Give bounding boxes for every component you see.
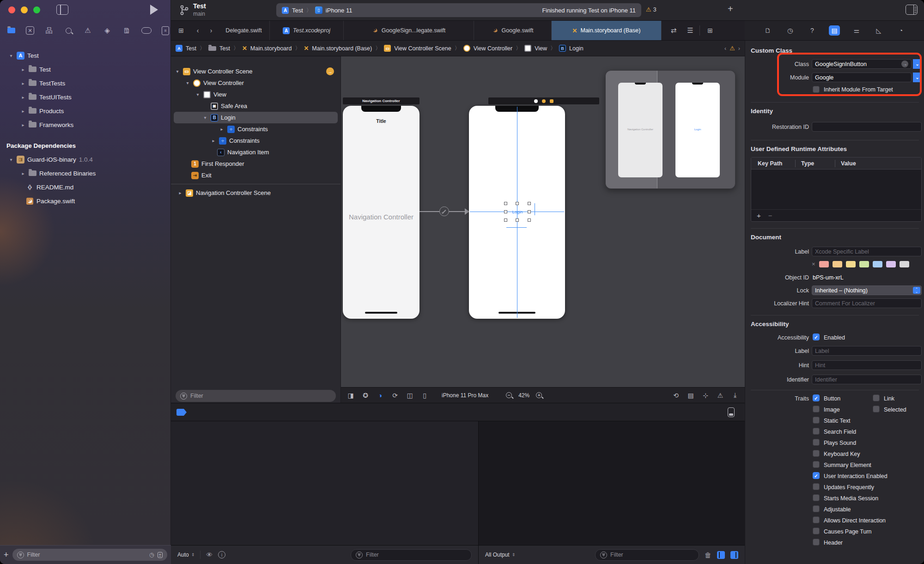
- label-color-blue-swatch[interactable]: [873, 261, 882, 267]
- trait-keyboard-key-checkbox[interactable]: [813, 450, 820, 457]
- chevron-down-icon[interactable]: [202, 115, 208, 120]
- outline-row-vc-scene[interactable]: ▭ View Controller Scene →: [171, 66, 340, 77]
- breadcrumb-group[interactable]: Test: [219, 45, 230, 52]
- console-view[interactable]: [478, 421, 745, 545]
- chevron-right-icon[interactable]: [219, 127, 225, 132]
- new-tab-button[interactable]: +: [728, 4, 733, 14]
- minimize-window-button[interactable]: [21, 6, 28, 13]
- trait-header-checkbox[interactable]: [813, 539, 820, 546]
- issue-navigator-icon[interactable]: ⚠: [83, 26, 92, 35]
- trait-selected-checkbox[interactable]: [873, 406, 880, 412]
- runtime-attributes-empty-body[interactable]: [751, 170, 921, 209]
- outline-row-navigation-item[interactable]: ‹ Navigation Item: [171, 146, 340, 158]
- outline-filter-field[interactable]: Filter: [176, 390, 336, 402]
- no-color-x-icon[interactable]: ×: [812, 261, 815, 267]
- sidebar-item-referenced-binaries[interactable]: Referenced Binaries: [0, 166, 171, 180]
- nav-controller-scene-titlebar[interactable]: Navigation Controller: [343, 97, 419, 104]
- document-label-field[interactable]: Xcode Specific Label: [812, 247, 922, 256]
- orientation-icon[interactable]: ⟳: [391, 392, 399, 399]
- split-preview-icon[interactable]: ◫: [406, 392, 414, 399]
- size-inspector-icon[interactable]: ◺: [873, 25, 884, 36]
- symbol-navigator-icon[interactable]: 品: [44, 26, 54, 35]
- previous-issue-icon[interactable]: ‹: [724, 45, 726, 52]
- trait-user-interaction-checkbox[interactable]: [813, 472, 820, 479]
- outline-row-safe-area[interactable]: ▣ Safe Area: [171, 100, 340, 112]
- exit-dot-icon[interactable]: [550, 99, 553, 103]
- chevron-right-icon[interactable]: [211, 138, 216, 143]
- navigation-controller-device[interactable]: Title Navigation Controller: [343, 106, 419, 319]
- trait-button-checkbox[interactable]: [813, 394, 820, 401]
- tab-googlesign-delegate-swift[interactable]: GoogleSign...legate.swift: [344, 21, 474, 40]
- connections-inspector-icon[interactable]: ◔: [895, 25, 906, 36]
- sidebar-item-frameworks-folder[interactable]: Frameworks: [0, 118, 171, 132]
- clear-console-trash-icon[interactable]: 🗑: [705, 551, 711, 559]
- code-review-icon[interactable]: ⇄: [664, 21, 683, 40]
- login-button-label[interactable]: Login: [508, 207, 527, 217]
- storyboard-canvas[interactable]: Navigation Controller Title Navigation C…: [341, 56, 745, 403]
- segue-kind-icon[interactable]: [439, 206, 449, 216]
- column-key-path[interactable]: Key Path: [751, 160, 795, 167]
- trait-plays-sound-checkbox[interactable]: [813, 439, 820, 446]
- breadcrumb-view[interactable]: View: [535, 45, 547, 52]
- test-navigator-icon[interactable]: ◈: [103, 26, 112, 35]
- breakpoint-navigator-icon[interactable]: [141, 27, 152, 34]
- accessibility-preview-icon[interactable]: ✪: [361, 392, 370, 399]
- trait-static-text-checkbox[interactable]: [813, 417, 820, 424]
- column-type[interactable]: Type: [796, 160, 835, 167]
- breadcrumb-storyboard-base[interactable]: Main.storyboard (Base): [312, 45, 372, 52]
- jump-to-class-arrow-icon[interactable]: →: [901, 61, 908, 67]
- sidebar-item-testuitests-folder[interactable]: TestUITests: [0, 90, 171, 104]
- view-controller-device[interactable]: Login: [469, 106, 565, 319]
- chevron-right-icon[interactable]: [20, 67, 26, 72]
- outline-row-view-controller[interactable]: View Controller: [171, 77, 340, 89]
- chevron-down-icon[interactable]: [8, 157, 14, 162]
- variables-view[interactable]: [171, 421, 478, 545]
- warning-count-badge[interactable]: ⚠ 3: [646, 6, 657, 13]
- breadcrumb-view-controller[interactable]: View Controller: [474, 45, 513, 52]
- run-button[interactable]: [150, 5, 158, 15]
- source-control-navigator-icon[interactable]: ✕: [26, 26, 34, 35]
- accessibility-hint-field[interactable]: Hint: [812, 360, 922, 370]
- embed-in-icon[interactable]: ⤓: [731, 391, 739, 399]
- minimap-nav-controller-thumb[interactable]: Navigation Controller: [618, 83, 663, 177]
- sidebar-item-products-folder[interactable]: Products: [0, 104, 171, 118]
- outline-row-first-responder[interactable]: 1 First Responder: [171, 158, 340, 170]
- run-destination[interactable]: iPhone 11: [326, 7, 353, 14]
- trait-starts-media-session-checkbox[interactable]: [813, 494, 820, 501]
- tab-main-storyboard-active[interactable]: ✕ Main.storyboard (Base): [552, 21, 662, 40]
- outline-row-view[interactable]: View: [171, 89, 340, 100]
- debug-navigator-icon[interactable]: 🖺: [122, 26, 131, 35]
- adjust-editor-options-icon[interactable]: ☰: [683, 21, 698, 40]
- go-to-source-arrow-icon[interactable]: →: [326, 67, 334, 75]
- breadcrumb-login[interactable]: Login: [569, 45, 584, 52]
- appearance-mode-icon[interactable]: ◑: [376, 392, 384, 399]
- tab-test-xcodeproj[interactable]: A Test.xcodeproj: [270, 21, 344, 40]
- sidebar-item-readme[interactable]: ⧼⧽ README.md: [0, 180, 171, 194]
- related-items-icon[interactable]: ⊞: [171, 21, 191, 40]
- update-frames-icon[interactable]: ⟲: [672, 392, 680, 399]
- restoration-id-field[interactable]: [812, 122, 922, 132]
- trait-adjustable-checkbox[interactable]: [813, 505, 820, 512]
- outline-row-constraints-2[interactable]: ⁘ Constraints: [171, 135, 340, 146]
- breadcrumb-scene[interactable]: View Controller Scene: [394, 45, 451, 52]
- outline-row-nav-controller-scene[interactable]: ◪ Navigation Controller Scene: [171, 187, 340, 199]
- find-navigator-icon[interactable]: [64, 26, 73, 35]
- accessibility-identifier-field[interactable]: Identifier: [812, 375, 922, 384]
- accessibility-enabled-checkbox[interactable]: [813, 334, 820, 340]
- zoom-out-icon[interactable]: −: [506, 392, 512, 398]
- trait-search-field-checkbox[interactable]: [813, 428, 820, 435]
- sidebar-item-package-swift[interactable]: Package.swift: [0, 194, 171, 208]
- toggle-outline-icon[interactable]: ◨: [346, 392, 355, 399]
- sidebar-item-testtests-folder[interactable]: TestTests: [0, 76, 171, 90]
- breakpoints-toggle-icon[interactable]: [176, 409, 187, 416]
- add-constraints-icon[interactable]: ⊹: [701, 392, 710, 399]
- view-controller-dot-icon[interactable]: [534, 99, 538, 103]
- view-controller-scene-titlebar[interactable]: [488, 97, 599, 104]
- variables-filter-field[interactable]: Filter: [351, 549, 472, 561]
- scheme-name[interactable]: Test: [292, 7, 303, 14]
- navigator-filter-field[interactable]: Filter ◷ ±: [12, 549, 167, 561]
- source-control-status-filter-icon[interactable]: ±: [158, 552, 163, 558]
- trait-link-checkbox[interactable]: [873, 394, 880, 401]
- canvas-minimap[interactable]: Navigation Controller Login: [605, 70, 736, 189]
- show-only-variables-eye-icon[interactable]: 👁: [206, 551, 213, 558]
